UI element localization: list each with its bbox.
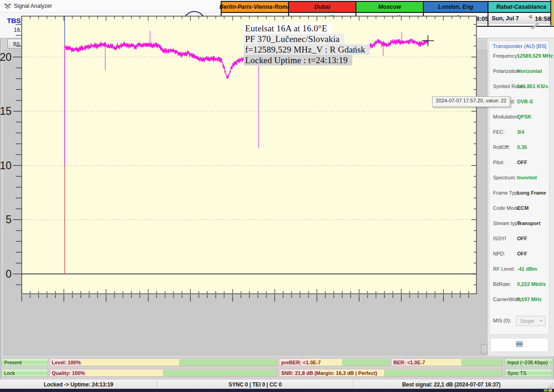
tp-value-symbol-rate: 146,851 KS/s: [517, 83, 548, 89]
level-bar: Level: 100%: [49, 358, 277, 366]
svg-text:5: 5: [6, 214, 12, 226]
tp-label-bitrate: BitRate:: [493, 281, 511, 287]
clock-rabat-casablanca: Rabat-CasablancaSun, Jul 7-116:58: [488, 2, 554, 26]
preber-bar: preBER: <1.0E-7: [279, 358, 390, 366]
clock-city-label: London, Eng: [424, 2, 488, 13]
svg-text:15: 15: [0, 105, 12, 117]
tp-label-fec: FEC:: [493, 129, 505, 135]
tp-value-rolloff: 0.35: [517, 144, 527, 150]
statusbar-best-signal: Best signal: 22,1 dB (2024-07-07 16:37): [353, 380, 549, 389]
statusbar-counters: SYNC 0 | TEI 0 | CC 0: [157, 380, 353, 389]
tp-value-fec: 3/4: [517, 129, 524, 135]
resize-grip[interactable]: [548, 383, 553, 387]
mis-select[interactable]: Single: [516, 316, 546, 326]
stream-list-button[interactable]: [490, 338, 548, 352]
tp-label-modulation: Modulation:: [493, 114, 519, 119]
taskbar-pixel-green: [544, 389, 548, 392]
tp-label-rolloff: RollOff:: [493, 144, 510, 150]
chevron-down-icon: [539, 320, 543, 322]
snr-bar: SNR: 21,8 dB (Margin: 16,3 dB | Perfect): [279, 369, 503, 377]
taskbar-pixel-yellow: [548, 389, 552, 392]
tp-value-npd: OFF: [517, 251, 527, 256]
quality-bar: Quality: 100%: [49, 369, 277, 377]
tp-label-issyi: ISSYI: [493, 236, 506, 241]
signal-chart[interactable]: 05101520: [0, 15, 484, 305]
chart-tooltip: 2024-07-07 17.57.20, value: 22: [432, 96, 510, 107]
clock-time: Sun, Jul 7-116:58: [488, 13, 554, 24]
clock-city-label: Berlin-Paris-Vienna-Roma: [222, 2, 288, 13]
status-bar: Locked -> Uptime: 24:13:19 SYNC 0 | TEI …: [0, 379, 554, 389]
mis-label: MIS (0):: [493, 318, 511, 323]
stream-list-icon: [516, 341, 523, 349]
svg-text:20: 20: [0, 51, 12, 63]
tp-value-pilot: OFF: [517, 160, 527, 165]
statusbar-uptime: Locked -> Uptime: 24:13:19: [0, 380, 157, 389]
tp-label-rf-level: RF Level:: [493, 266, 515, 272]
tp-value-spectrum: Inverted: [517, 175, 537, 180]
input-box: Input (~235 Kbps): [505, 358, 552, 366]
tp-value-carrierwidth: 0,197 MHz: [517, 297, 542, 302]
tp-value-bitrate: 0,222 Mbit/s: [517, 281, 546, 287]
tp-label-pilot: Pilot:: [493, 160, 504, 165]
tp-label-spectrum: Spectrum:: [493, 175, 516, 180]
tp-value-frame-type: Long Frame: [517, 190, 546, 196]
bottom-window-edge: [0, 389, 554, 392]
clock-city-label: Moscow: [356, 2, 423, 13]
tp-value-issyi: OFF: [517, 236, 527, 241]
window-edge-sliver: [550, 0, 554, 25]
tp-label-code-mode: Code Mode:: [493, 205, 521, 211]
pencil-icon: [530, 22, 539, 30]
app-antenna-icon: [4, 2, 11, 11]
tp-value-rf-level: -41 dBm: [517, 266, 537, 272]
tp-value-code-mode: CCM: [517, 205, 529, 211]
clock-city-label: Dubai: [289, 2, 355, 13]
svg-text:10: 10: [0, 160, 12, 172]
sync-box: Sync TS: [505, 369, 552, 377]
tp-value-modulation: QPSK: [517, 114, 531, 119]
tp-value-polarization: Horizontal: [517, 68, 542, 74]
window-title: Signal Analyzer: [14, 3, 52, 9]
ber-bar: BER: <1.0E-7: [391, 358, 503, 366]
tp-value-standard: DVB-S: [517, 99, 533, 104]
transponder-panel: Transponder (AU) [BS] Frequency:12589,52…: [489, 41, 549, 335]
tp-label-frequency: Frequency:: [493, 53, 518, 59]
tp-value-frequency: 12589,529 MHz: [517, 53, 553, 59]
present-box: Present: [1, 358, 48, 366]
lock-box: Lock: [1, 369, 48, 377]
clock-city-label: Rabat-Casablanca: [488, 2, 554, 13]
tp-value-stream-type: Transport: [517, 220, 541, 226]
mis-value: Single: [520, 318, 535, 324]
right-panel-area: Transponder (AU) [BS] Frequency:12589,52…: [488, 38, 554, 356]
transponder-header: Transponder (AU) [BS]: [493, 43, 547, 49]
tp-label-npd: NPD:: [493, 251, 505, 256]
chart-scrollbar-thumb[interactable]: [481, 344, 488, 354]
svg-text:0: 0: [6, 268, 12, 280]
